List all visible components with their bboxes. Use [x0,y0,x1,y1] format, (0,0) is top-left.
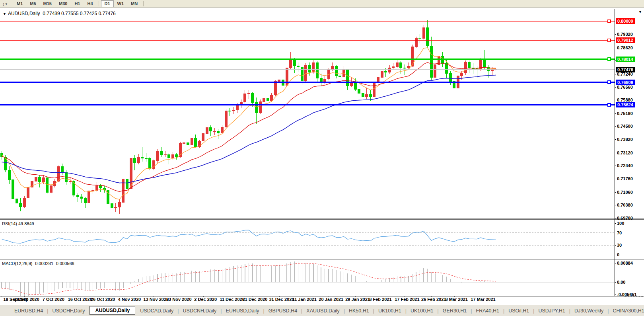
price-axis-label: 0.77240 [617,72,633,77]
timeframe-button-h4[interactable]: H4 [84,0,96,7]
rsi-indicator-label: RSI(14) 49.8849 [2,221,34,226]
level-handle-0.78014[interactable] [608,58,611,60]
toolbar-dropdown-icon[interactable]: ▾ [6,2,8,6]
pane-separator[interactable] [0,219,644,220]
price-axis-label: 0.72440 [617,163,633,168]
price-axis-label: 0.76560 [617,85,633,90]
chart-tab-gbpusd-h4[interactable]: GBPUSD,H4 [265,307,301,314]
price-pane[interactable] [0,9,615,218]
price-axis-tick [615,153,616,153]
chart-tab-dj30-weekly[interactable]: DJ30,Weekly [570,307,607,314]
level-handle-0.75624[interactable] [608,103,611,106]
cursor-tool-icon[interactable]: ↕ [2,2,5,6]
rsi-axis-tick [615,255,616,255]
macd-axis-tick [615,295,616,295]
chart-tab-hk50-h1[interactable]: HK50,H1 [345,307,373,314]
price-axis-tick [615,218,616,218]
price-axis-tick [615,126,616,127]
chart-tab-uk100-h1[interactable]: UK100,H1 [407,307,438,314]
price-axis-label: 0.70380 [617,203,633,208]
price-axis-label: 0.79320 [617,32,633,37]
rsi-axis-tick [615,245,616,246]
date-label[interactable]: 17 Mar 2021 [467,297,499,302]
timeframe-button-d1[interactable]: D1 [101,0,114,7]
pane-separator[interactable] [0,259,644,259]
symbol-period-label: AUDUSD,Daily [8,11,40,16]
timeframe-button-m1[interactable]: M1 [13,0,26,7]
ohlc-values: 0.77439 0.77555 0.77425 0.77476 [43,11,116,16]
price-axis-label: 0.71060 [617,190,633,195]
price-axis-label: 0.71760 [617,176,633,181]
timeframe-button-m15[interactable]: M15 [40,0,55,7]
chart-tab-ger30-h1[interactable]: GER30,H1 [439,307,471,314]
price-axis-tick [615,139,616,140]
chart-tab-fra40-h1[interactable]: FRA40,H1 [472,307,503,314]
chart-shift-marker-icon[interactable]: ▼ [638,10,642,14]
level-price-label: 0.76809 [616,80,635,85]
timeframe-button-mn[interactable]: MN [127,0,141,7]
level-handle-0.76809[interactable] [608,81,611,84]
chart-tab-eurusd-daily[interactable]: EURUSD,Daily [222,307,263,314]
price-axis-label: 0.75180 [617,111,633,116]
rsi-pane[interactable] [0,220,615,257]
toolbar-separator [143,1,144,6]
timeframe-button-w1[interactable]: W1 [114,0,128,7]
chart-tab-usdjpy-h1[interactable]: USDJPY,H1 [534,307,569,314]
macd-axis-label: -0.005651 [617,292,637,297]
macd-axis-label: 0.00 [617,280,625,285]
price-axis-tick [615,48,616,48]
level-price-label: 0.79012 [616,37,635,43]
level-price-label: 0.75624 [616,102,635,107]
price-axis-tick [615,179,616,179]
current-price-label: 0.77476 [616,67,635,72]
date-axis-border [0,296,644,296]
price-axis-tick [615,87,616,88]
price-axis-label: 0.74500 [617,124,633,129]
pane-separator[interactable] [0,258,644,258]
macd-axis-label: 0.00884 [617,261,633,266]
level-handle-0.80009[interactable] [608,20,611,22]
rsi-axis-label: 30 [617,243,622,248]
price-axis-tick [615,74,616,74]
macd-pane[interactable] [0,260,615,296]
ma-line-8[interactable] [2,48,496,199]
chart-tab-uk100-h1[interactable]: UK100,H1 [374,307,405,314]
macd-axis-tick [615,282,616,283]
chart-tab-china300-h1[interactable]: CHINA300,H1 [609,307,644,314]
chart-tab-audusd-daily[interactable]: AUDUSD,Daily [89,306,135,315]
timeframe-button-m5[interactable]: M5 [26,0,39,7]
chart-tab-usdcnh-daily[interactable]: USDCNH,Daily [179,307,221,314]
timeframe-button-m30[interactable]: M30 [55,0,71,7]
level-handle-0.79012[interactable] [608,39,611,41]
rsi-axis-label: 100 [617,221,624,226]
rsi-line [2,230,496,243]
price-axis-tick [615,205,616,205]
chart-title: ▼AUDUSD,Daily 0.77439 0.77555 0.77425 0.… [3,11,116,16]
toolbar-separator [99,1,99,6]
rsi-axis-tick [615,233,616,233]
price-axis-label: 0.69700 [617,216,633,221]
price-axis-tick [615,34,616,35]
candlesticks[interactable] [0,20,497,214]
toolbar: ↕ ▾ M1M5M15M30H1H4D1W1MN [0,0,644,8]
toolbar-separator [11,1,11,6]
chart-tab-xauusd-daily[interactable]: XAUUSD,Daily [302,307,343,314]
rsi-axis-label: 0 [617,252,619,257]
price-axis-label: 0.73820 [617,137,633,142]
collapse-arrow-icon[interactable]: ▼ [3,12,6,16]
chart-tab-bar: EURUSD,H4|USDCHF,DailyAUDUSD,DailyUSDCAD… [0,305,644,316]
level-price-label: 0.78014 [616,57,635,62]
level-price-label: 0.80009 [616,18,635,24]
price-axis-tick [615,100,616,100]
price-axis-tick [615,166,616,166]
rsi-axis-tick [615,223,616,224]
chart-tab-usoil-h1[interactable]: USOil,H1 [504,307,533,314]
pane-separator[interactable] [0,218,644,218]
chart-tab-usdcad-daily[interactable]: USDCAD,Daily [136,307,177,314]
timeframe-button-h1[interactable]: H1 [71,0,84,7]
chart-tab-usdchf-daily[interactable]: USDCHF,Daily [49,307,89,314]
chart-tabs: EURUSD,H4|USDCHF,DailyAUDUSD,DailyUSDCAD… [10,307,644,315]
chart-tab-eurusd-h4[interactable]: EURUSD,H4 [10,307,47,314]
rsi-axis-label: 70 [617,230,622,236]
timeframe-button-group: M1M5M15M30H1H4D1W1MN [13,0,146,7]
